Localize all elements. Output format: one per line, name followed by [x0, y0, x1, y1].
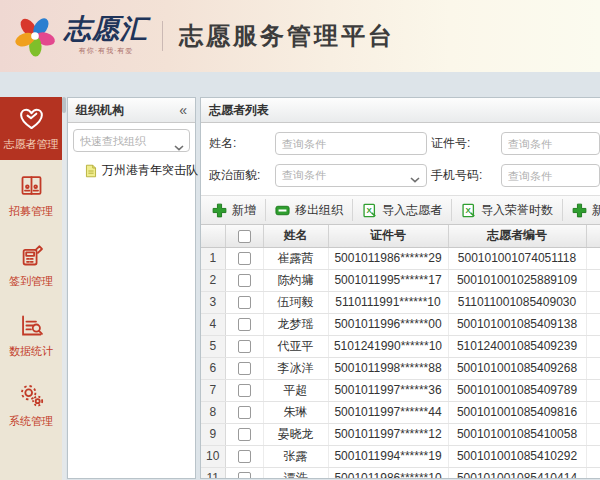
cell-volunteer-no: 500101001025889109 [448, 269, 586, 291]
row-number: 5 [201, 335, 225, 357]
cell-id-number: 5101241990******10 [328, 335, 448, 357]
cell-name: 晏晓龙 [263, 423, 328, 445]
app-header: 志愿汇 有你·有我·有爱 志愿服务管理平台 [0, 0, 600, 72]
plus-icon [572, 203, 587, 218]
org-search [73, 129, 190, 152]
org-panel-title: 组织机构 [76, 102, 124, 119]
volunteer-table: 姓名 证件号 志愿者编号 1 崔露茜 5001011986******29 50… [201, 225, 600, 479]
political-status-filter-label: 政治面貌: [209, 167, 271, 184]
toolbar-button-label: 新增 [232, 202, 256, 219]
row-number: 1 [201, 247, 225, 269]
table-row: 3 伍珂毅 5110111991******10 511011001085409… [201, 291, 600, 313]
cell-name: 龙梦瑶 [263, 313, 328, 335]
row-checkbox[interactable] [238, 296, 251, 309]
import-volunteers-button[interactable]: X 导入志愿者 [352, 199, 451, 221]
row-checkbox[interactable] [238, 384, 251, 397]
name-filter-input[interactable] [275, 132, 427, 155]
mobile-number-filter-label: 手机号码: [431, 167, 497, 184]
cell-name: 平超 [263, 379, 328, 401]
minus-icon [275, 203, 290, 218]
cell-volunteer-no: 510124001085409239 [448, 335, 586, 357]
row-checkbox[interactable] [238, 274, 251, 287]
logo-text: 志愿汇 [64, 16, 148, 43]
checkin-terminal-icon [18, 242, 45, 269]
org-tree-item-label: 万州港青年突击队 [102, 162, 198, 179]
toolbar-button-label: 移出组织 [295, 202, 343, 219]
app-title: 志愿服务管理平台 [179, 20, 395, 52]
table-row: 9 晏晓龙 5001011997******12 500101001085410… [201, 423, 600, 445]
document-icon [84, 164, 98, 178]
cell-volunteer-no: 511011001085409030 [448, 291, 586, 313]
row-checkbox[interactable] [238, 362, 251, 375]
cell-volunteer-no: 500101001085410058 [448, 423, 586, 445]
header-divider [162, 21, 163, 51]
table-row: 10 张露 5001011994******19 500101001085410… [201, 445, 600, 467]
cell-id-number: 5001011997******44 [328, 401, 448, 423]
add-honor-hours-button[interactable]: 新增荣誉时数 [562, 199, 600, 221]
sidebar-item-checkin-management[interactable]: 签到管理 [0, 230, 62, 300]
cell-id-number: 5001011986******29 [328, 247, 448, 269]
chevron-down-icon [410, 173, 420, 185]
sidebar-item-data-statistics[interactable]: 数据统计 [0, 300, 62, 370]
sidebar-item-system-management[interactable]: 系统管理 [0, 370, 62, 440]
import-honor-hours-button[interactable]: X 导入荣誉时数 [451, 199, 562, 221]
table-row: 1 崔露茜 5001011986******29 500101001074051… [201, 247, 600, 269]
volunteer-panel: 志愿者列表 姓名: 证件号: 政治面貌: 查询条件 手机号码: 新增 移出组织 … [200, 97, 600, 479]
mobile-number-filter-input[interactable] [501, 164, 600, 187]
row-checkbox[interactable] [238, 428, 251, 441]
sidebar-item-label: 系统管理 [9, 414, 53, 429]
cell-id-number: 5001011998******88 [328, 357, 448, 379]
row-checkbox[interactable] [238, 318, 251, 331]
toolbar-button-label: 新增荣誉时数 [592, 202, 600, 219]
remove-from-org-button[interactable]: 移出组织 [265, 199, 352, 221]
cell-volunteer-no: 500101001085409138 [448, 313, 586, 335]
select-all-checkbox[interactable] [238, 230, 251, 243]
org-search-input[interactable] [73, 129, 190, 152]
row-checkbox[interactable] [238, 472, 251, 479]
chevron-down-icon[interactable] [174, 137, 184, 155]
rownum-column-header [201, 225, 225, 247]
cell-clipped [586, 379, 600, 401]
cell-name: 伍珂毅 [263, 291, 328, 313]
row-number: 8 [201, 401, 225, 423]
row-checkbox[interactable] [238, 406, 251, 419]
row-checkbox[interactable] [238, 340, 251, 353]
political-status-select[interactable]: 查询条件 [275, 164, 427, 187]
table-row: 11 谭浩 5001011986******10 500101001085410… [201, 467, 600, 479]
cell-id-number: 5001011986******10 [328, 467, 448, 479]
cell-clipped [586, 335, 600, 357]
name-column-header: 姓名 [263, 225, 328, 247]
cell-volunteer-no: 500101001074051118 [448, 247, 586, 269]
org-tree-item[interactable]: 万州港青年突击队 [84, 162, 195, 179]
volunteer-panel-header: 志愿者列表 [201, 98, 600, 123]
toolbar: 新增 移出组织 X 导入志愿者 X 导入荣誉时数 新增荣誉时数 [201, 195, 600, 225]
cell-name: 代亚平 [263, 335, 328, 357]
cell-clipped [586, 423, 600, 445]
collapse-panel-icon[interactable]: « [179, 103, 187, 117]
cell-volunteer-no: 500101001085409268 [448, 357, 586, 379]
cell-volunteer-no: 500101001085410292 [448, 445, 586, 467]
cell-name: 谭浩 [263, 467, 328, 479]
row-checkbox[interactable] [238, 252, 251, 265]
add-button[interactable]: 新增 [203, 199, 265, 221]
sidebar-item-label: 数据统计 [9, 344, 53, 359]
cell-clipped [586, 401, 600, 423]
sidebar-item-label: 志愿者管理 [4, 137, 59, 152]
logo-tagline: 有你·有我·有爱 [79, 46, 134, 56]
cell-id-number: 5001011996******00 [328, 313, 448, 335]
row-checkbox[interactable] [238, 450, 251, 463]
sidebar-scrollbar[interactable] [62, 97, 66, 480]
sidebar-scrollbar-thumb[interactable] [62, 97, 66, 113]
plus-icon [212, 203, 227, 218]
cell-id-number: 5110111991******10 [328, 291, 448, 313]
id-number-filter-input[interactable] [501, 132, 600, 155]
sidebar-item-recruitment-management[interactable]: 招募管理 [0, 160, 62, 230]
logo-flower-icon [12, 13, 58, 59]
org-panel: 组织机构 « 万州港青年突击队 [67, 97, 196, 479]
sidebar-item-volunteer-management[interactable]: 志愿者管理 [0, 97, 62, 160]
name-filter-label: 姓名: [209, 135, 271, 152]
cell-id-number: 5001011994******19 [328, 445, 448, 467]
excel-import-icon: X [461, 203, 476, 218]
table-row: 4 龙梦瑶 5001011996******00 500101001085409… [201, 313, 600, 335]
cell-name: 崔露茜 [263, 247, 328, 269]
